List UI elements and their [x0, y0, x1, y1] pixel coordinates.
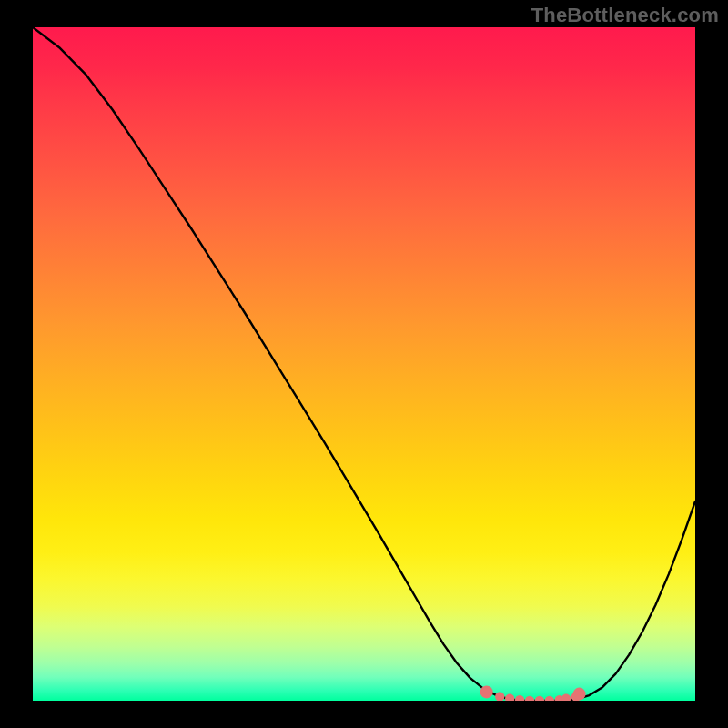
marker-dot: [505, 694, 514, 701]
marker-dot: [525, 696, 534, 701]
marker-dot: [545, 696, 554, 701]
marker-dot: [480, 685, 493, 698]
marker-dot: [561, 694, 571, 701]
flat-region-markers: [480, 685, 586, 701]
bottleneck-curve: [33, 27, 695, 701]
chart-frame: TheBottleneck.com: [0, 0, 728, 728]
plot-area: [33, 27, 695, 701]
watermark-text: TheBottleneck.com: [531, 4, 719, 27]
marker-dot: [535, 696, 544, 701]
marker-dot: [515, 695, 524, 701]
marker-dot: [495, 692, 504, 701]
marker-dot: [573, 688, 586, 701]
curve-svg: [33, 27, 695, 701]
